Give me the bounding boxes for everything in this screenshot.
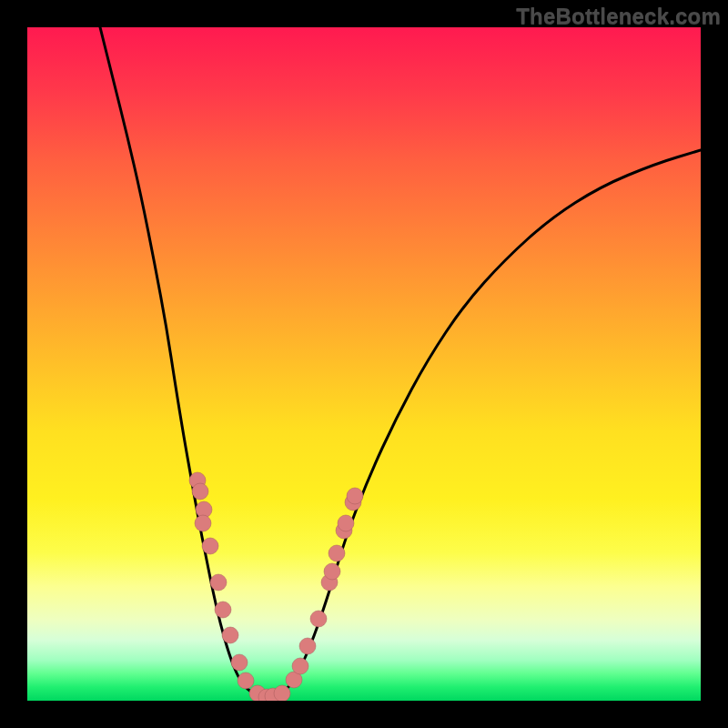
watermark-text: TheBottleneck.com — [516, 4, 721, 29]
gradient-plot-area — [27, 27, 701, 701]
